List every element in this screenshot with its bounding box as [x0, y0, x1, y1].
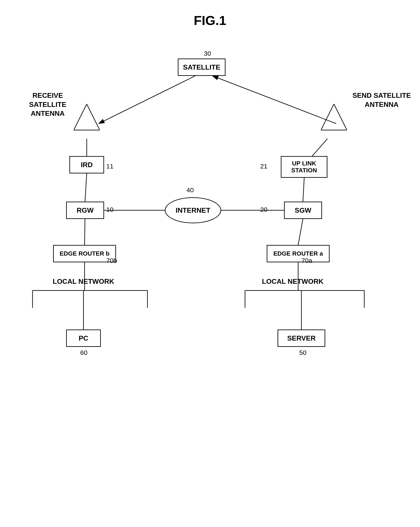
num-70b: 70b [106, 257, 117, 264]
num-30: 30 [204, 50, 211, 57]
num-21: 21 [260, 163, 267, 170]
svg-line-8 [303, 178, 304, 202]
svg-line-3 [212, 76, 336, 124]
diagram: FIG.1 [0, 0, 420, 527]
sgw-box: SGW [284, 202, 322, 219]
figure-title: FIG.1 [194, 13, 226, 28]
internet-ellipse: INTERNET [165, 197, 221, 223]
send-antenna-label: SEND SATELLITE ANTENNA [351, 91, 412, 109]
svg-line-5 [85, 174, 87, 202]
uplink-box: UP LINKSTATION [281, 156, 327, 178]
ird-box: IRD [69, 156, 104, 174]
satellite-box: SATELLITE [178, 58, 225, 76]
num-10: 10 [106, 206, 113, 213]
svg-line-2 [99, 76, 195, 124]
svg-marker-23 [321, 104, 347, 130]
num-11: 11 [106, 163, 113, 170]
rgw-box: RGW [66, 202, 104, 219]
uplink-label: UP LINKSTATION [291, 160, 317, 174]
svg-line-16 [298, 219, 303, 245]
receive-antenna-label: RECEIVE SATELLITE ANTENNA [17, 91, 78, 118]
num-20: 20 [260, 206, 267, 213]
num-40: 40 [187, 187, 194, 194]
svg-line-10 [85, 219, 85, 245]
local-network-right-label: LOCAL NETWORK [253, 277, 333, 285]
num-50: 50 [299, 349, 306, 356]
server-box: SERVER [277, 329, 325, 347]
diagram-lines [0, 0, 420, 527]
pc-box: PC [66, 329, 101, 347]
local-network-left-label: LOCAL NETWORK [45, 277, 122, 285]
edge-router-a-box: EDGE ROUTER a [267, 245, 330, 262]
num-60: 60 [80, 349, 87, 356]
num-70a: 70a [301, 257, 312, 264]
svg-line-9 [312, 139, 327, 156]
send-antenna [321, 104, 347, 132]
